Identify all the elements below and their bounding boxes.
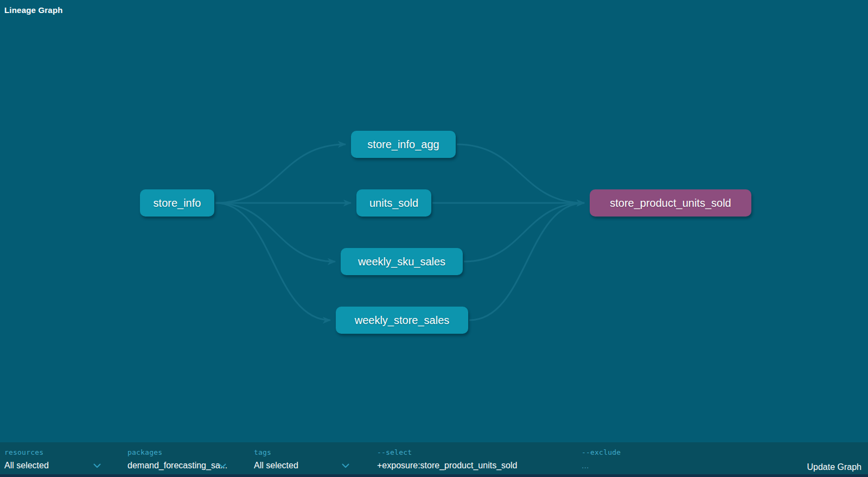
resources-value: All selected bbox=[4, 461, 49, 470]
graph-node-units_sold[interactable]: units_sold bbox=[356, 189, 431, 217]
chevron-down-icon[interactable] bbox=[342, 463, 349, 468]
edge-store_info-to-weekly_store_sales bbox=[215, 203, 330, 320]
graph-node-weekly_sku_sales[interactable]: weekly_sku_sales bbox=[341, 248, 463, 275]
chevron-down-icon[interactable] bbox=[93, 463, 101, 468]
update-graph-button[interactable]: Update Graph bbox=[807, 462, 861, 472]
resources-select[interactable]: All selected bbox=[4, 461, 101, 470]
edge-weekly_sku_sales-to-store_product_units_sold bbox=[464, 203, 584, 262]
select-filter-value: +exposure:store_product_units_sold bbox=[377, 461, 517, 470]
lineage-graph-canvas[interactable]: store_infostore_info_aggunits_soldweekly… bbox=[0, 0, 868, 442]
exclude-filter-field: --exclude ... bbox=[582, 448, 690, 470]
graph-node-store_info_agg[interactable]: store_info_agg bbox=[351, 131, 456, 158]
tags-dropdown: tags All selected bbox=[254, 448, 349, 470]
resources-dropdown: resources All selected bbox=[4, 448, 101, 470]
tags-value: All selected bbox=[254, 461, 298, 470]
packages-dropdown: packages demand_forecasting_sa... bbox=[127, 448, 236, 470]
page-title: Lineage Graph bbox=[4, 5, 63, 15]
graph-node-weekly_store_sales[interactable]: weekly_store_sales bbox=[336, 307, 468, 334]
edge-weekly_store_sales-to-store_product_units_sold bbox=[469, 203, 584, 320]
edge-store_info-to-weekly_sku_sales bbox=[215, 203, 335, 262]
select-filter-input[interactable]: +exposure:store_product_units_sold bbox=[377, 461, 556, 470]
exclude-filter-value: ... bbox=[582, 461, 589, 470]
tags-select[interactable]: All selected bbox=[254, 461, 349, 470]
lineage-edges-layer bbox=[0, 0, 868, 442]
exclude-filter-input[interactable]: ... bbox=[582, 461, 690, 470]
tags-label: tags bbox=[254, 448, 349, 456]
graph-node-store_info[interactable]: store_info bbox=[140, 189, 214, 217]
resources-label: resources bbox=[4, 448, 101, 456]
packages-select[interactable]: demand_forecasting_sa... bbox=[127, 461, 236, 470]
packages-value: demand_forecasting_sa... bbox=[127, 461, 227, 470]
exclude-filter-label: --exclude bbox=[582, 448, 690, 456]
edge-store_info_agg-to-store_product_units_sold bbox=[457, 144, 584, 203]
graph-filter-toolbar: resources All selected packages demand_f… bbox=[0, 442, 868, 474]
edge-store_info-to-store_info_agg bbox=[215, 144, 346, 203]
packages-label: packages bbox=[127, 448, 236, 456]
select-filter-field: --select +exposure:store_product_units_s… bbox=[377, 448, 556, 470]
chevron-down-icon[interactable] bbox=[219, 463, 226, 468]
select-filter-label: --select bbox=[377, 448, 556, 456]
graph-node-store_product_units_sold[interactable]: store_product_units_sold bbox=[590, 189, 751, 217]
bottom-edge-strip bbox=[0, 474, 868, 477]
